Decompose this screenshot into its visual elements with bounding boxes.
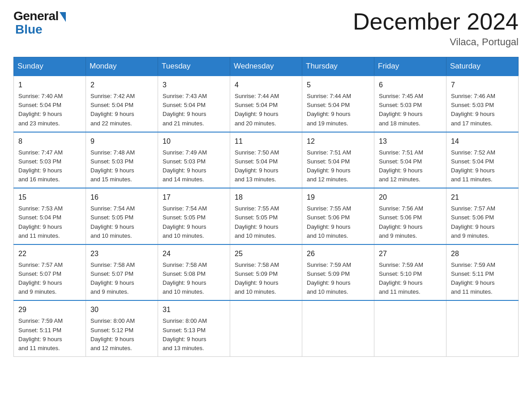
calendar-cell: 23Sunrise: 7:58 AMSunset: 5:07 PMDayligh…	[86, 244, 158, 301]
header-saturday: Saturday	[446, 57, 519, 76]
day-number: 7	[451, 80, 514, 90]
calendar-cell: 27Sunrise: 7:59 AMSunset: 5:10 PMDayligh…	[374, 244, 446, 301]
day-number: 23	[90, 248, 153, 259]
calendar-cell: 29Sunrise: 7:59 AMSunset: 5:11 PMDayligh…	[14, 300, 86, 356]
day-info: Sunrise: 7:45 AMSunset: 5:03 PMDaylight:…	[379, 92, 442, 128]
day-info: Sunrise: 7:49 AMSunset: 5:03 PMDaylight:…	[163, 148, 225, 184]
day-number: 22	[18, 248, 81, 259]
header-wednesday: Wednesday	[230, 57, 302, 76]
calendar-week-3: 15Sunrise: 7:53 AMSunset: 5:04 PMDayligh…	[14, 188, 519, 244]
calendar-cell: 10Sunrise: 7:49 AMSunset: 5:03 PMDayligh…	[158, 132, 230, 188]
title-section: December 2024 Vilaca, Portugal	[353, 9, 519, 48]
logo-triangle-icon	[60, 12, 66, 22]
day-info: Sunrise: 7:42 AMSunset: 5:04 PMDaylight:…	[90, 92, 153, 128]
calendar-cell	[230, 300, 302, 356]
calendar-cell: 15Sunrise: 7:53 AMSunset: 5:04 PMDayligh…	[14, 188, 86, 244]
day-info: Sunrise: 8:00 AMSunset: 5:13 PMDaylight:…	[163, 317, 225, 353]
calendar-cell: 1Sunrise: 7:40 AMSunset: 5:04 PMDaylight…	[14, 76, 86, 132]
calendar-cell: 24Sunrise: 7:58 AMSunset: 5:08 PMDayligh…	[158, 244, 230, 301]
calendar-cell: 31Sunrise: 8:00 AMSunset: 5:13 PMDayligh…	[158, 300, 230, 356]
day-number: 28	[451, 248, 514, 259]
calendar-cell: 30Sunrise: 8:00 AMSunset: 5:12 PMDayligh…	[86, 300, 158, 356]
day-number: 29	[18, 304, 81, 315]
day-number: 13	[379, 136, 442, 147]
day-number: 31	[163, 304, 225, 315]
logo: General Blue	[13, 9, 66, 37]
day-number: 5	[307, 80, 369, 90]
day-number: 2	[90, 80, 153, 90]
day-number: 19	[307, 192, 369, 203]
day-info: Sunrise: 7:43 AMSunset: 5:04 PMDaylight:…	[163, 92, 225, 128]
day-info: Sunrise: 7:40 AMSunset: 5:04 PMDaylight:…	[18, 92, 81, 128]
day-info: Sunrise: 7:55 AMSunset: 5:05 PMDaylight:…	[235, 204, 297, 240]
calendar-week-2: 8Sunrise: 7:47 AMSunset: 5:03 PMDaylight…	[14, 132, 519, 188]
calendar-cell: 11Sunrise: 7:50 AMSunset: 5:04 PMDayligh…	[230, 132, 302, 188]
day-number: 6	[379, 80, 442, 90]
day-info: Sunrise: 7:44 AMSunset: 5:04 PMDaylight:…	[307, 92, 369, 128]
day-info: Sunrise: 7:52 AMSunset: 5:04 PMDaylight:…	[451, 148, 514, 184]
day-number: 27	[379, 248, 442, 259]
day-info: Sunrise: 7:58 AMSunset: 5:08 PMDaylight:…	[163, 261, 225, 297]
page-header: General Blue December 2024 Vilaca, Portu…	[13, 9, 519, 48]
day-number: 25	[235, 248, 297, 259]
calendar-cell: 20Sunrise: 7:56 AMSunset: 5:06 PMDayligh…	[374, 188, 446, 244]
day-info: Sunrise: 7:51 AMSunset: 5:04 PMDaylight:…	[307, 148, 369, 184]
calendar-week-5: 29Sunrise: 7:59 AMSunset: 5:11 PMDayligh…	[14, 300, 519, 356]
day-number: 18	[235, 192, 297, 203]
calendar-cell: 25Sunrise: 7:58 AMSunset: 5:09 PMDayligh…	[230, 244, 302, 301]
calendar-cell: 21Sunrise: 7:57 AMSunset: 5:06 PMDayligh…	[446, 188, 519, 244]
day-info: Sunrise: 7:46 AMSunset: 5:03 PMDaylight:…	[451, 92, 514, 128]
calendar-cell: 26Sunrise: 7:59 AMSunset: 5:09 PMDayligh…	[302, 244, 374, 301]
day-info: Sunrise: 7:44 AMSunset: 5:04 PMDaylight:…	[235, 92, 297, 128]
day-number: 3	[163, 80, 225, 90]
day-number: 24	[163, 248, 225, 259]
calendar-cell: 12Sunrise: 7:51 AMSunset: 5:04 PMDayligh…	[302, 132, 374, 188]
header-friday: Friday	[374, 57, 446, 76]
day-info: Sunrise: 7:56 AMSunset: 5:06 PMDaylight:…	[379, 204, 442, 240]
day-info: Sunrise: 7:57 AMSunset: 5:07 PMDaylight:…	[18, 261, 81, 297]
calendar-cell	[446, 300, 519, 356]
day-info: Sunrise: 7:59 AMSunset: 5:11 PMDaylight:…	[18, 317, 81, 353]
calendar-week-4: 22Sunrise: 7:57 AMSunset: 5:07 PMDayligh…	[14, 244, 519, 301]
calendar-cell: 18Sunrise: 7:55 AMSunset: 5:05 PMDayligh…	[230, 188, 302, 244]
calendar-cell: 14Sunrise: 7:52 AMSunset: 5:04 PMDayligh…	[446, 132, 519, 188]
day-number: 1	[18, 80, 81, 90]
day-info: Sunrise: 7:51 AMSunset: 5:04 PMDaylight:…	[379, 148, 442, 184]
day-number: 17	[163, 192, 225, 203]
calendar-cell: 5Sunrise: 7:44 AMSunset: 5:04 PMDaylight…	[302, 76, 374, 132]
calendar-cell: 16Sunrise: 7:54 AMSunset: 5:05 PMDayligh…	[86, 188, 158, 244]
calendar-cell: 6Sunrise: 7:45 AMSunset: 5:03 PMDaylight…	[374, 76, 446, 132]
month-title: December 2024	[353, 9, 519, 34]
day-info: Sunrise: 7:59 AMSunset: 5:11 PMDaylight:…	[451, 261, 514, 297]
day-number: 20	[379, 192, 442, 203]
calendar-cell: 2Sunrise: 7:42 AMSunset: 5:04 PMDaylight…	[86, 76, 158, 132]
calendar-cell: 19Sunrise: 7:55 AMSunset: 5:06 PMDayligh…	[302, 188, 374, 244]
day-number: 15	[18, 192, 81, 203]
logo-blue-text: Blue	[13, 22, 43, 37]
day-info: Sunrise: 7:50 AMSunset: 5:04 PMDaylight:…	[235, 148, 297, 184]
calendar-cell: 4Sunrise: 7:44 AMSunset: 5:04 PMDaylight…	[230, 76, 302, 132]
day-info: Sunrise: 7:54 AMSunset: 5:05 PMDaylight:…	[90, 204, 153, 240]
calendar-cell: 13Sunrise: 7:51 AMSunset: 5:04 PMDayligh…	[374, 132, 446, 188]
calendar-cell: 9Sunrise: 7:48 AMSunset: 5:03 PMDaylight…	[86, 132, 158, 188]
day-info: Sunrise: 7:58 AMSunset: 5:07 PMDaylight:…	[90, 261, 153, 297]
header-thursday: Thursday	[302, 57, 374, 76]
day-number: 4	[235, 80, 297, 90]
calendar-cell	[302, 300, 374, 356]
calendar-week-1: 1Sunrise: 7:40 AMSunset: 5:04 PMDaylight…	[14, 76, 519, 132]
calendar-cell: 22Sunrise: 7:57 AMSunset: 5:07 PMDayligh…	[14, 244, 86, 301]
calendar-cell: 17Sunrise: 7:54 AMSunset: 5:05 PMDayligh…	[158, 188, 230, 244]
header-monday: Monday	[86, 57, 158, 76]
calendar-cell: 3Sunrise: 7:43 AMSunset: 5:04 PMDaylight…	[158, 76, 230, 132]
day-info: Sunrise: 7:57 AMSunset: 5:06 PMDaylight:…	[451, 204, 514, 240]
day-number: 14	[451, 136, 514, 147]
header-sunday: Sunday	[14, 57, 86, 76]
day-info: Sunrise: 7:59 AMSunset: 5:09 PMDaylight:…	[307, 261, 369, 297]
day-number: 9	[90, 136, 153, 147]
day-info: Sunrise: 7:58 AMSunset: 5:09 PMDaylight:…	[235, 261, 297, 297]
day-number: 26	[307, 248, 369, 259]
calendar-cell: 28Sunrise: 7:59 AMSunset: 5:11 PMDayligh…	[446, 244, 519, 301]
calendar-cell: 7Sunrise: 7:46 AMSunset: 5:03 PMDaylight…	[446, 76, 519, 132]
calendar-table: SundayMondayTuesdayWednesdayThursdayFrid…	[13, 57, 519, 357]
day-number: 21	[451, 192, 514, 203]
